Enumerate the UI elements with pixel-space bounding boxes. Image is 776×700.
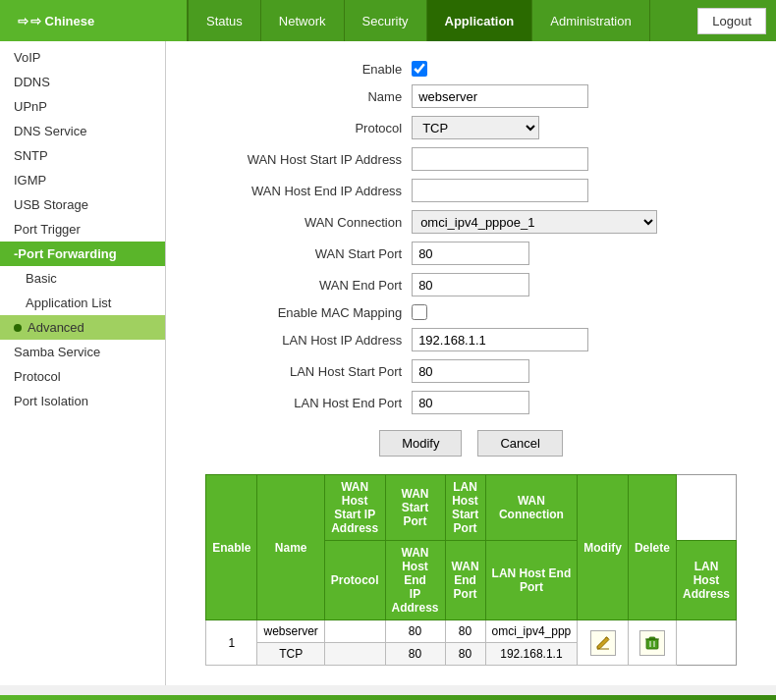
sidebar-item-voip[interactable]: VoIP — [0, 45, 165, 70]
sidebar-item-usb-storage[interactable]: USB Storage — [0, 192, 165, 217]
header: ⇨ ⇨ Chinese Status Network Security Appl… — [0, 0, 776, 41]
name-input[interactable] — [412, 84, 588, 108]
logo-arrow: ⇨ — [18, 14, 28, 28]
lan-host-start-port-row: LAN Host Start Port — [195, 359, 747, 383]
wan-start-port-input[interactable] — [412, 242, 529, 265]
row-wan-host-end — [324, 643, 385, 666]
logo: ⇨ ⇨ Chinese — [0, 0, 189, 41]
row-lan-host-start-port: 80 — [445, 620, 485, 643]
row-modify-action[interactable] — [578, 620, 629, 666]
protocol-label: Protocol — [195, 121, 412, 135]
wan-connection-row: WAN Connection omci_ipv4_pppoe_1 — [195, 210, 747, 234]
protocol-row: Protocol TCP UDP Both — [195, 116, 747, 139]
sidebar-item-advanced[interactable]: Advanced — [0, 315, 165, 340]
tab-security[interactable]: Security — [345, 0, 427, 41]
row-wan-connection: omci_ipv4_ppp — [485, 620, 578, 643]
tab-administration[interactable]: Administration — [532, 0, 649, 41]
row-wan-start-port: 80 — [385, 620, 445, 643]
lan-host-ip-row: LAN Host IP Address — [195, 328, 747, 351]
col-wan-host-start: WAN HostStart IPAddress — [324, 475, 385, 541]
table-row: 1 webserver 80 80 omci_ipv4_ppp — [206, 620, 737, 643]
col-lan-host-start-port: LAN Host StartPort — [445, 475, 485, 541]
row-number: 1 — [206, 620, 257, 666]
wan-end-port-row: WAN End Port — [195, 273, 747, 296]
wan-host-start-ip-label: WAN Host Start IP Address — [195, 152, 412, 167]
col-lan-host-end-port: LAN Host EndPort — [485, 541, 578, 620]
protocol-select[interactable]: TCP UDP Both — [412, 116, 539, 139]
sidebar-item-protocol[interactable]: Protocol — [0, 364, 165, 389]
logo-text: ⇨ Chinese — [30, 14, 94, 28]
sidebar-item-basic[interactable]: Basic — [0, 266, 165, 291]
wan-connection-label: WAN Connection — [195, 215, 412, 230]
col-enable: Enable — [206, 475, 257, 620]
edit-icon[interactable] — [590, 630, 616, 656]
sidebar-item-sntp[interactable]: SNTP — [0, 143, 165, 168]
sidebar-item-dns-service[interactable]: DNS Service — [0, 119, 165, 143]
sidebar-item-igmp[interactable]: IGMP — [0, 168, 165, 192]
data-table-wrap: Enable Name WAN HostStart IPAddress WANS… — [195, 474, 747, 666]
wan-end-port-input[interactable] — [412, 273, 529, 296]
row-protocol: TCP — [257, 643, 324, 666]
lan-host-end-port-label: LAN Host End Port — [195, 396, 412, 410]
lan-host-end-port-row: LAN Host End Port — [195, 391, 747, 414]
row-delete-action[interactable] — [628, 620, 676, 666]
row-lan-host-address: 192.168.1.1 — [485, 643, 578, 666]
main-layout: VoIP DDNS UPnP DNS Service SNTP IGMP USB… — [0, 41, 776, 685]
tab-application[interactable]: Application — [427, 0, 533, 41]
logout-button[interactable]: Logout — [697, 8, 766, 34]
enable-mac-mapping-row: Enable MAC Mapping — [195, 304, 747, 320]
delete-icon[interactable] — [639, 630, 665, 656]
tab-status[interactable]: Status — [189, 0, 261, 41]
col-delete: Delete — [628, 475, 676, 620]
col-wan-end-port: WANEnd Port — [445, 541, 485, 620]
content-area: Enable Name Protocol TCP UDP Both WAN Ho… — [166, 41, 776, 685]
cancel-button[interactable]: Cancel — [477, 430, 562, 457]
lan-host-start-port-label: LAN Host Start Port — [195, 364, 412, 379]
lan-host-start-port-input[interactable] — [412, 359, 529, 383]
row-wan-host-start — [324, 620, 385, 643]
row-wan-end-port: 80 — [385, 643, 445, 666]
enable-mac-mapping-checkbox[interactable] — [412, 304, 427, 320]
modify-button[interactable]: Modify — [379, 430, 462, 457]
col-name: Name — [257, 475, 324, 620]
tab-network[interactable]: Network — [261, 0, 345, 41]
wan-host-end-ip-label: WAN Host End IP Address — [195, 184, 412, 198]
lan-host-end-port-input[interactable] — [412, 391, 529, 414]
enable-label: Enable — [195, 62, 412, 77]
col-lan-host-address: LAN HostAddress — [676, 541, 736, 620]
sidebar-item-port-trigger[interactable]: Port Trigger — [0, 217, 165, 242]
port-forwarding-table: Enable Name WAN HostStart IPAddress WANS… — [205, 474, 737, 666]
wan-host-end-ip-input[interactable] — [412, 179, 588, 202]
sidebar-item-port-forwarding[interactable]: -Port Forwarding — [0, 242, 165, 266]
lan-host-ip-label: LAN Host IP Address — [195, 333, 412, 348]
lan-host-ip-input[interactable] — [412, 328, 588, 351]
col-wan-start-port: WANStartPort — [385, 475, 445, 541]
svg-rect-0 — [646, 639, 658, 649]
wan-host-start-ip-input[interactable] — [412, 147, 588, 171]
wan-host-start-ip-row: WAN Host Start IP Address — [195, 147, 747, 171]
name-label: Name — [195, 89, 412, 104]
name-row: Name — [195, 84, 747, 108]
sidebar: VoIP DDNS UPnP DNS Service SNTP IGMP USB… — [0, 41, 166, 685]
enable-row: Enable — [195, 61, 747, 77]
bullet-icon — [14, 324, 22, 332]
enable-checkbox[interactable] — [412, 61, 427, 77]
nav-tabs: Status Network Security Application Admi… — [189, 0, 688, 41]
row-lan-host-end-port: 80 — [445, 643, 485, 666]
sidebar-item-upnp[interactable]: UPnP — [0, 94, 165, 119]
wan-connection-select[interactable]: omci_ipv4_pppoe_1 — [412, 210, 657, 234]
wan-end-port-label: WAN End Port — [195, 278, 412, 293]
sidebar-item-samba-service[interactable]: Samba Service — [0, 340, 165, 364]
row-name: webserver — [257, 620, 324, 643]
wan-host-end-ip-row: WAN Host End IP Address — [195, 179, 747, 202]
sidebar-item-ddns[interactable]: DDNS — [0, 70, 165, 94]
wan-start-port-row: WAN Start Port — [195, 242, 747, 265]
sidebar-item-port-isolation[interactable]: Port Isolation — [0, 389, 165, 413]
sidebar-item-application-list[interactable]: Application List — [0, 291, 165, 315]
enable-mac-mapping-label: Enable MAC Mapping — [195, 305, 412, 320]
wan-start-port-label: WAN Start Port — [195, 246, 412, 261]
button-row: Modify Cancel — [195, 430, 747, 457]
col-wan-connection: WANConnection — [485, 475, 578, 541]
col-protocol: Protocol — [324, 541, 385, 620]
col-modify: Modify — [578, 475, 629, 620]
